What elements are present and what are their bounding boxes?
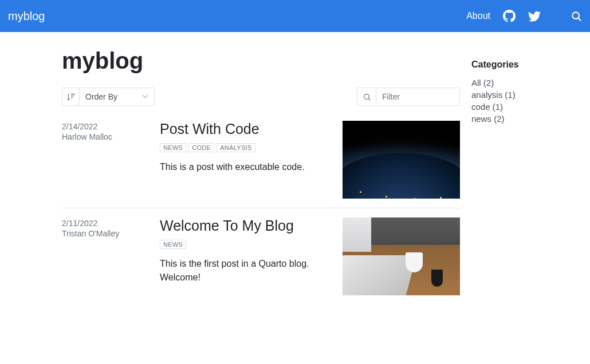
category-list: All (2) analysis (1) code (1) news (2) [471,77,575,125]
navbar: myblog About [0,0,590,32]
post-excerpt: This is a post with executable code. [160,160,333,174]
controls: Order By [62,88,460,106]
post-tags: NEWS [160,240,333,249]
sort-direction-icon[interactable] [62,88,80,105]
post-title[interactable]: Welcome To My Blog [160,217,333,234]
tag[interactable]: ANALYSIS [217,143,255,152]
search-icon[interactable] [571,10,582,22]
category-item-news[interactable]: news (2) [471,113,575,125]
sort-select[interactable]: Order By [80,88,154,105]
nav-left: myblog [8,10,45,23]
filter-input[interactable] [376,88,459,105]
main: myblog Order By [62,46,460,304]
page-title: myblog [62,48,460,74]
tag[interactable]: NEWS [160,143,186,152]
sidebar: Categories All (2) analysis (1) code (1)… [471,46,575,304]
post-item: 2/11/2022 Tristan O'Malley Welcome To My… [62,208,460,304]
svg-line-3 [368,98,370,100]
sort-label: Order By [85,92,117,101]
sidebar-title: Categories [471,60,575,70]
category-item-code[interactable]: code (1) [471,101,575,113]
github-icon[interactable] [503,10,516,22]
svg-line-1 [579,18,581,21]
post-body: Post With Code NEWS CODE ANALYSIS This i… [160,121,343,199]
filter-control [357,88,460,106]
post-body: Welcome To My Blog NEWS This is the firs… [160,217,343,295]
container: myblog Order By [0,32,590,304]
category-item-all[interactable]: All (2) [471,77,575,89]
post-meta: 2/14/2022 Harlow Malloc [62,121,160,199]
post-date: 2/14/2022 [62,122,160,131]
brand-link[interactable]: myblog [8,10,45,23]
category-item-analysis[interactable]: analysis (1) [471,89,575,101]
post-title[interactable]: Post With Code [160,121,333,137]
post-author: Harlow Malloc [62,132,160,141]
post-tags: NEWS CODE ANALYSIS [160,143,333,152]
post-thumbnail[interactable] [343,121,460,199]
nav-right: About [466,10,582,22]
post-date: 2/11/2022 [62,219,160,228]
post-thumbnail[interactable] [343,217,460,295]
post-author: Tristan O'Malley [62,229,160,238]
tag[interactable]: NEWS [160,240,186,249]
filter-search-icon [357,88,376,105]
chevron-down-icon [142,92,148,101]
about-link[interactable]: About [466,11,490,21]
post-meta: 2/11/2022 Tristan O'Malley [62,217,160,295]
twitter-icon[interactable] [528,10,541,22]
tag[interactable]: CODE [188,143,214,152]
sort-control[interactable]: Order By [62,88,155,106]
post-excerpt: This is the first post in a Quarto blog.… [160,257,333,284]
post-item: 2/14/2022 Harlow Malloc Post With Code N… [62,121,460,208]
